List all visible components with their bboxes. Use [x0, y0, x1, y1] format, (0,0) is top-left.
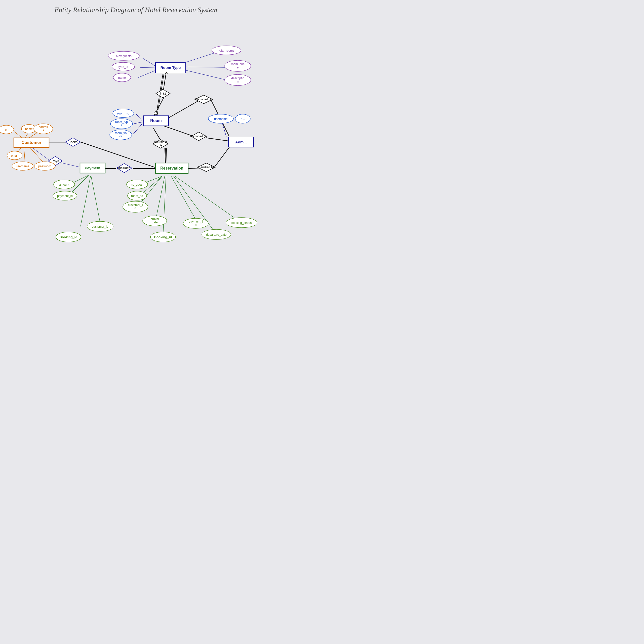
svg-line-116: [166, 148, 167, 163]
svg-point-114: [154, 112, 157, 115]
svg-line-10: [136, 114, 142, 121]
svg-text:customer_i: customer_i: [128, 203, 143, 207]
svg-text:Includes: Includes: [118, 166, 131, 170]
svg-text:amount: amount: [59, 183, 69, 186]
svg-text:or: or: [119, 135, 122, 138]
svg-text:room_no: room_no: [131, 194, 143, 198]
svg-text:s: s: [43, 129, 44, 132]
svg-text:payment_i: payment_i: [189, 220, 203, 223]
svg-text:Room Type: Room Type: [160, 65, 181, 70]
svg-text:Reservation: Reservation: [160, 166, 183, 170]
diagram-container: Entity Relationship Diagram of Hotel Res…: [0, 0, 272, 272]
svg-text:descriptio: descriptio: [231, 76, 244, 80]
svg-text:password: password: [38, 165, 51, 168]
svg-text:Pays: Pays: [52, 159, 59, 163]
svg-text:departure_date: departure_date: [206, 233, 227, 236]
svg-line-44: [24, 147, 25, 164]
svg-line-27: [214, 146, 230, 167]
svg-text:booking_status: booking_status: [231, 221, 252, 225]
svg-line-37: [171, 176, 197, 223]
svg-text:username: username: [16, 165, 29, 168]
svg-text:d: d: [135, 207, 136, 210]
svg-line-30: [81, 176, 91, 226]
svg-text:Handled by: Handled by: [198, 165, 215, 169]
svg-text:customer_id: customer_id: [92, 225, 108, 228]
svg-line-11: [134, 122, 142, 124]
svg-line-6: [164, 73, 166, 89]
svg-text:e: e: [121, 124, 123, 127]
svg-line-36: [163, 176, 166, 236]
svg-text:Managed By: Managed By: [190, 135, 207, 138]
svg-text:room_typ: room_typ: [115, 120, 128, 124]
svg-line-16: [153, 128, 161, 141]
svg-line-23: [62, 163, 81, 167]
svg-text:p...: p...: [241, 117, 245, 121]
diagram-title: Entity Relationship Diagram of Hotel Res…: [54, 6, 217, 14]
svg-text:email: email: [11, 154, 18, 157]
svg-text:date: date: [152, 221, 158, 224]
svg-text:Adm...: Adm...: [235, 140, 247, 144]
svg-text:n: n: [237, 80, 239, 83]
svg-line-18: [164, 126, 194, 136]
svg-text:room_flo: room_flo: [115, 131, 127, 135]
svg-text:room_pric: room_pric: [231, 62, 244, 66]
svg-text:total_rooms: total_rooms: [219, 49, 234, 52]
svg-text:Books: Books: [68, 140, 78, 144]
svg-text:Payment: Payment: [85, 166, 101, 170]
svg-text:Managed By: Managed By: [195, 98, 212, 101]
svg-text:Booking_id: Booking_id: [154, 235, 172, 239]
svg-text:arrival: arrival: [151, 217, 159, 221]
svg-line-42: [14, 131, 22, 138]
svg-text:name: name: [118, 76, 126, 79]
svg-text:room_no: room_no: [117, 112, 129, 115]
svg-text:no_guest: no_guest: [131, 183, 143, 186]
svg-text:username: username: [214, 117, 228, 121]
svg-line-12: [133, 124, 142, 135]
svg-text:Max guests: Max guests: [116, 54, 131, 58]
svg-text:Customer: Customer: [21, 140, 42, 145]
svg-text:e: e: [237, 66, 239, 69]
svg-text:type_id: type_id: [118, 65, 128, 69]
svg-text:Booking_id: Booking_id: [60, 235, 77, 239]
svg-line-39: [175, 176, 240, 222]
svg-line-31: [91, 176, 101, 225]
svg-text:name: name: [25, 127, 33, 131]
svg-text:By: By: [159, 143, 162, 147]
svg-text:Room: Room: [150, 118, 162, 123]
svg-line-19: [206, 138, 228, 141]
svg-text:payment_id: payment_id: [57, 194, 73, 198]
svg-text:Has: Has: [160, 91, 166, 95]
svg-line-22: [33, 148, 50, 161]
svg-text:d: d: [195, 223, 197, 227]
svg-text:er: er: [5, 128, 8, 132]
svg-text:addres: addres: [39, 125, 48, 129]
